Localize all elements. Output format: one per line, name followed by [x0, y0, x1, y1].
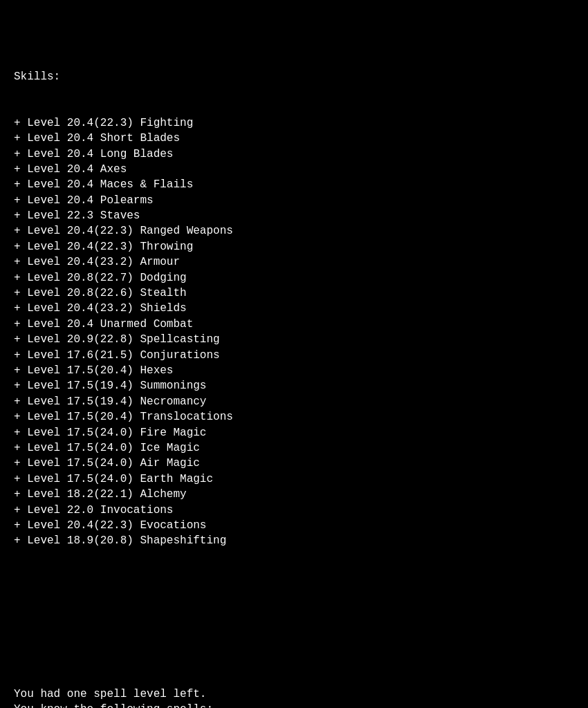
skill-item: + Level 17.5(20.4) Hexes [14, 363, 574, 378]
skill-item: + Level 17.5(24.0) Air Magic [14, 456, 574, 471]
skill-item: + Level 20.9(22.8) Spellcasting [14, 332, 574, 347]
skill-item: + Level 18.2(22.1) Alchemy [14, 487, 574, 502]
skill-item: + Level 20.8(22.7) Dodging [14, 270, 574, 286]
skill-item: + Level 18.9(20.8) Shapeshifting [14, 533, 574, 548]
skills-section: Skills: + Level 20.4(22.3) Fighting+ Lev… [14, 38, 574, 580]
spell-intro-section: You had one spell level left. You knew t… [14, 640, 574, 708]
skill-item: + Level 20.4(22.3) Fighting [14, 115, 574, 131]
skill-item: + Level 20.4(22.3) Throwing [14, 239, 574, 254]
skills-header: Skills: [14, 69, 574, 84]
skill-item: + Level 22.0 Invocations [14, 503, 574, 518]
skills-list: + Level 20.4(22.3) Fighting+ Level 20.4 … [14, 115, 574, 549]
skill-item: + Level 20.4(23.2) Armour [14, 254, 574, 270]
skill-item: + Level 20.4 Axes [14, 162, 574, 177]
skill-item: + Level 17.5(20.4) Translocations [14, 409, 574, 425]
skill-item: + Level 17.5(24.0) Ice Magic [14, 440, 574, 456]
skill-item: + Level 20.4 Polearms [14, 193, 574, 208]
skill-item: + Level 20.4 Long Blades [14, 147, 574, 162]
skill-item: + Level 17.5(24.0) Fire Magic [14, 425, 574, 440]
skill-item: + Level 17.5(24.0) Earth Magic [14, 472, 574, 487]
spell-intro-text: You had one spell level left. You knew t… [14, 671, 574, 708]
main-content: Skills: + Level 20.4(22.3) Fighting+ Lev… [14, 7, 574, 708]
skill-item: + Level 20.8(22.6) Stealth [14, 286, 574, 301]
skill-item: + Level 20.4 Short Blades [14, 131, 574, 146]
skill-item: + Level 20.4 Maces & Flails [14, 177, 574, 192]
skill-item: + Level 17.6(21.5) Conjurations [14, 348, 574, 363]
skill-item: + Level 20.4 Unarmed Combat [14, 317, 574, 332]
skill-item: + Level 20.4(22.3) Evocations [14, 518, 574, 533]
skill-item: + Level 17.5(19.4) Summonings [14, 378, 574, 393]
skill-item: + Level 17.5(19.4) Necromancy [14, 394, 574, 409]
skill-item: + Level 22.3 Staves [14, 208, 574, 223]
skill-item: + Level 20.4(22.3) Ranged Weapons [14, 223, 574, 239]
skill-item: + Level 20.4(23.2) Shields [14, 301, 574, 316]
